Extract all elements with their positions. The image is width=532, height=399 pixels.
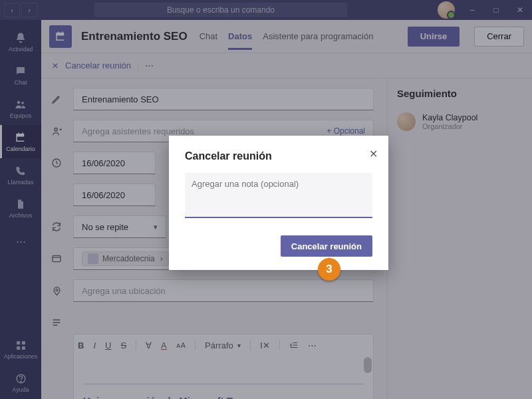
teams-app-window: ‹ › Busque o escriba un comando – □ ✕ Ac…	[0, 0, 532, 399]
cancel-meeting-dialog: Cancelar reunión ✕ Cancelar reunión	[169, 136, 388, 270]
dialog-close-button[interactable]: ✕	[369, 148, 378, 160]
dialog-title: Cancelar reunión	[185, 150, 372, 162]
tutorial-step-badge: 3	[318, 258, 340, 286]
step-number: 3	[318, 258, 340, 281]
cancellation-note-input[interactable]	[185, 173, 372, 218]
